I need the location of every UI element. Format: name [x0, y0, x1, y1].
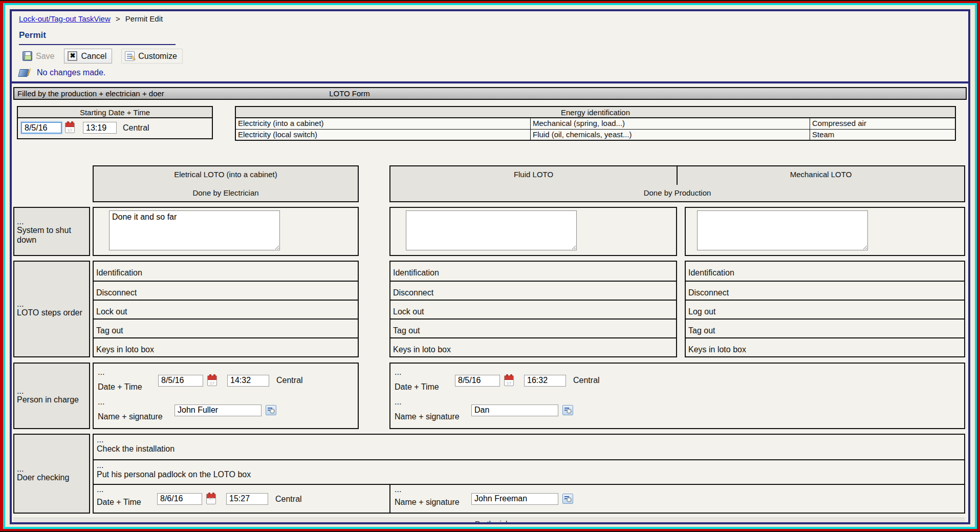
calendar-knobs — [506, 374, 508, 376]
doer-checking-row: ... Doer checking ... Check the installa… — [13, 434, 968, 514]
step-item: Log out — [686, 300, 964, 318]
step-item: Identification — [94, 262, 358, 281]
system-row-label: ... System to shut down — [13, 207, 90, 256]
cancel-label: Cancel — [81, 52, 106, 61]
toolbar: Save Cancel Customize — [19, 49, 961, 63]
calendar-icon[interactable] — [206, 494, 216, 504]
column-headers-row: Eletrical LOTO (into a cabinet) Done by … — [13, 165, 968, 202]
name-signature-dots: ... — [395, 398, 471, 406]
date-time-label-text: Date + Time — [97, 497, 157, 507]
app-window: Lock-out/Tag-out TaskView > Permit Edit … — [10, 9, 970, 524]
doer-padlock-label: Put his personal padlock on the LOTO box — [97, 469, 961, 480]
person-label-text: Person in charge — [17, 395, 86, 405]
breadcrumb-separator: > — [116, 14, 120, 23]
name-signature-label: ... Name + signature — [98, 397, 175, 423]
step-item: Disconnect — [390, 281, 676, 300]
date-time-label-text: Date + Time — [98, 382, 158, 392]
step-item: Keys in loto box — [390, 337, 676, 356]
doer-checking-box: ... Check the installation ... Put his p… — [93, 434, 965, 514]
step-item: Keys in loto box — [94, 337, 358, 356]
system-electrical-textarea[interactable]: Done it and so far — [109, 210, 280, 250]
system-electrical-cell: Done it and so far — [93, 207, 359, 256]
loto-steps-row: ... LOTO steps order Identification Disc… — [13, 261, 968, 357]
mechanical-loto-title: Mechanical LOTO — [678, 166, 964, 185]
date-time-dots: ... — [395, 369, 455, 376]
cancel-button[interactable]: Cancel — [64, 49, 112, 63]
person-production-datetime-group: ... Date + Time Central — [395, 368, 960, 393]
steps-label-text: LOTO steps order — [17, 308, 86, 317]
customize-button[interactable]: Customize — [121, 49, 183, 63]
name-signature-label: ... Name + signature — [395, 485, 471, 508]
doer-time-input[interactable] — [226, 493, 268, 505]
calendar-knobs — [67, 121, 69, 123]
step-item: Tag out — [686, 318, 964, 337]
calendar-knobs — [209, 374, 211, 376]
person-electrical-timezone-label: Central — [276, 376, 303, 385]
person-electrical-box: ... Date + Time Central ... Name + signa… — [93, 363, 359, 429]
customize-pencil-icon — [125, 51, 135, 61]
doer-timezone-label: Central — [275, 494, 302, 504]
signature-icon[interactable] — [266, 405, 276, 415]
fluid-mechanical-header: Fluid LOTO Mechanical LOTO Done by Produ… — [389, 165, 965, 202]
cancel-x-icon — [68, 51, 77, 61]
system-fluid-cell — [389, 207, 677, 256]
starting-table-header: Starting Date + Time — [18, 107, 212, 118]
signature-icon[interactable] — [562, 494, 573, 504]
fluid-mechanical-titles: Fluid LOTO Mechanical LOTO — [390, 166, 964, 185]
fluid-loto-title: Fluid LOTO — [390, 166, 678, 185]
name-signature-label-text: Name + signature — [395, 412, 471, 422]
calendar-icon[interactable] — [65, 122, 75, 133]
top-tables-row: Starting Date + Time Central Energy iden… — [13, 106, 968, 141]
page-header: Lock-out/Tag-out TaskView > Permit Edit … — [12, 11, 968, 77]
page-title: Permit — [19, 30, 46, 40]
person-electrical-datetime-group: ... Date + Time Central — [98, 368, 354, 393]
doer-signoff-row: ... Date + Time Central ... Name + si — [94, 484, 964, 513]
steps-electrical-list: Identification Disconnect Lock out Tag o… — [93, 261, 359, 357]
energy-cell-electricity-switch: Electricity (local switch) — [236, 130, 531, 140]
doer-datetime-cell: ... Date + Time Central — [94, 485, 390, 513]
steps-label-dots: ... — [17, 301, 86, 308]
electrical-loto-title: Eletrical LOTO (into a cabinet) — [94, 170, 358, 179]
section-divider — [12, 81, 968, 83]
energy-row-1: Electricity (into a cabinet) Mechanical … — [236, 118, 955, 129]
person-production-timezone-label: Central — [573, 376, 600, 385]
doer-row-label: ... Doer checking — [13, 434, 90, 514]
starting-time-input[interactable] — [83, 122, 117, 134]
calendar-knobs — [208, 493, 210, 495]
doer-date-input[interactable] — [157, 493, 202, 505]
person-electrical-date-input[interactable] — [158, 375, 203, 387]
step-item: Disconnect — [686, 281, 964, 300]
person-production-time-input[interactable] — [524, 375, 566, 387]
electrical-loto-subtitle: Done by Electrician — [94, 188, 358, 197]
person-electrical-name-input[interactable] — [175, 405, 262, 416]
energy-cell-mechanical: Mechanical (spring, load...) — [531, 118, 810, 129]
status-row: No changes made. — [19, 68, 961, 77]
status-text: No changes made. — [37, 68, 105, 77]
system-fluid-textarea[interactable] — [406, 210, 577, 250]
date-time-label-text: Date + Time — [395, 382, 455, 392]
production-subtitle: Done by Production — [390, 188, 964, 197]
person-production-box: ... Date + Time Central ... Name + signa… — [389, 363, 965, 429]
signature-icon[interactable] — [562, 405, 573, 415]
date-time-dots: ... — [97, 486, 157, 493]
person-electrical-name-group: ... Name + signature — [98, 397, 354, 423]
step-item: Lock out — [390, 300, 676, 318]
frame-ivory: Lock-out/Tag-out TaskView > Permit Edit … — [5, 5, 975, 527]
person-electrical-time-input[interactable] — [227, 375, 269, 387]
electrical-loto-header: Eletrical LOTO (into a cabinet) Done by … — [93, 165, 359, 202]
step-item: Keys in loto box — [686, 337, 964, 356]
save-button[interactable]: Save — [19, 49, 60, 63]
starting-date-input[interactable] — [21, 122, 62, 134]
step-item: Lock out — [94, 300, 358, 318]
system-mechanical-textarea[interactable] — [697, 210, 868, 250]
person-production-date-input[interactable] — [455, 375, 500, 387]
system-label-text: System to shut down — [17, 225, 86, 245]
doer-name-input[interactable] — [471, 493, 558, 505]
doer-label-dots: ... — [17, 465, 86, 473]
breadcrumb-link-taskview[interactable]: Lock-out/Tag-out TaskView — [19, 14, 111, 23]
person-production-name-input[interactable] — [471, 405, 558, 416]
calendar-icon[interactable] — [504, 375, 514, 386]
step-item: Disconnect — [94, 281, 358, 300]
calendar-icon[interactable] — [207, 375, 217, 386]
doer-check-label: Check the installation — [97, 443, 961, 454]
